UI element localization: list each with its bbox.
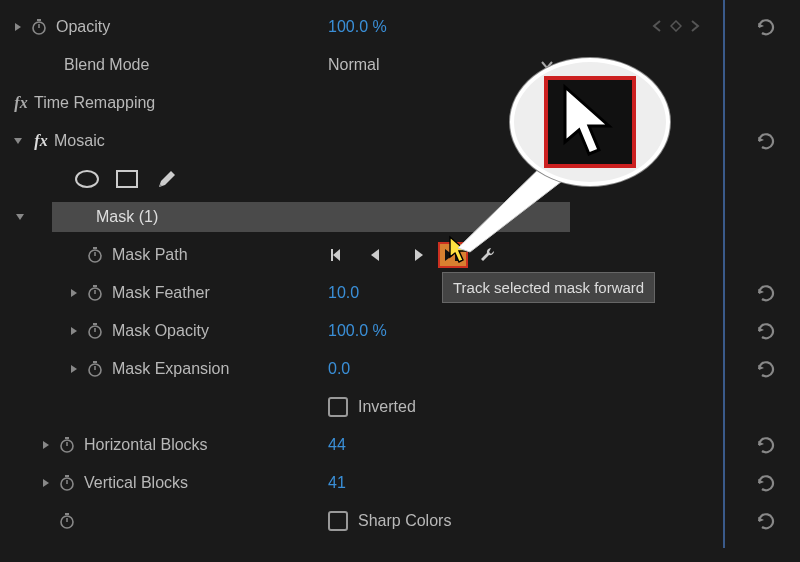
opacity-value[interactable]: 100.0 % <box>328 18 448 36</box>
svg-rect-14 <box>93 323 97 325</box>
reset-icon[interactable] <box>752 15 780 39</box>
callout-bubble <box>510 58 670 186</box>
stopwatch-icon[interactable] <box>84 320 106 342</box>
chevron-right-icon[interactable] <box>36 440 56 450</box>
mask-expansion-label: Mask Expansion <box>112 360 262 378</box>
stopwatch-icon[interactable] <box>56 510 78 532</box>
stopwatch-icon[interactable] <box>56 472 78 494</box>
sharp-colors-checkbox[interactable] <box>328 511 348 531</box>
mosaic-label: Mosaic <box>54 132 234 150</box>
reset-icon[interactable] <box>752 319 780 343</box>
mask-path-label: Mask Path <box>112 246 292 264</box>
sharp-colors-label: Sharp Colors <box>358 512 451 530</box>
time-remapping-label: Time Remapping <box>34 94 214 112</box>
svg-rect-6 <box>93 247 97 249</box>
horizontal-blocks-row: Horizontal Blocks 44 <box>0 426 800 464</box>
horizontal-blocks-value[interactable]: 44 <box>328 436 448 454</box>
reset-icon[interactable] <box>752 433 780 457</box>
rectangle-mask-icon[interactable] <box>112 167 142 191</box>
inverted-label: Inverted <box>358 398 416 416</box>
keyframe-nav <box>652 18 700 36</box>
mosaic-row: fx Mosaic <box>0 122 800 160</box>
svg-rect-20 <box>65 437 69 439</box>
prev-keyframe-icon[interactable] <box>652 18 662 36</box>
svg-rect-26 <box>65 513 69 515</box>
stopwatch-icon[interactable] <box>84 358 106 380</box>
stopwatch-icon[interactable] <box>84 244 106 266</box>
opacity-row: Opacity 100.0 % <box>0 8 800 46</box>
blend-mode-row: Blend Mode Normal <box>0 46 800 84</box>
inverted-checkbox[interactable] <box>328 397 348 417</box>
cursor-large-icon <box>555 82 625 162</box>
track-backward-icon[interactable] <box>326 242 356 268</box>
fx-icon: fx <box>8 94 34 112</box>
svg-rect-11 <box>93 285 97 287</box>
mask-opacity-row: Mask Opacity 100.0 % <box>0 312 800 350</box>
mask-path-row: Mask Path <box>0 236 800 274</box>
step-forward-icon[interactable] <box>404 242 434 268</box>
chevron-right-icon[interactable] <box>64 288 84 298</box>
reset-icon[interactable] <box>752 509 780 533</box>
svg-rect-4 <box>117 171 137 187</box>
vertical-blocks-row: Vertical Blocks 41 <box>0 464 800 502</box>
chevron-right-icon[interactable] <box>64 364 84 374</box>
callout-highlight <box>544 76 636 168</box>
ellipse-mask-icon[interactable] <box>72 167 102 191</box>
horizontal-blocks-label: Horizontal Blocks <box>84 436 264 454</box>
vertical-blocks-label: Vertical Blocks <box>84 474 264 492</box>
chevron-down-icon[interactable] <box>8 136 28 146</box>
chevron-down-icon[interactable] <box>10 212 30 222</box>
svg-rect-17 <box>93 361 97 363</box>
blend-mode-label: Blend Mode <box>64 56 244 74</box>
keyframe-diamond-icon[interactable] <box>670 18 682 36</box>
mask-opacity-value[interactable]: 100.0 % <box>328 322 448 340</box>
inverted-row: Inverted <box>0 388 800 426</box>
svg-point-3 <box>76 171 98 187</box>
reset-icon[interactable] <box>752 471 780 495</box>
mask-feather-value[interactable]: 10.0 <box>328 284 448 302</box>
mask-feather-row: Mask Feather 10.0 <box>0 274 800 312</box>
timeline-playhead[interactable] <box>723 0 725 548</box>
sharp-colors-row: · Sharp Colors <box>0 502 800 540</box>
svg-rect-23 <box>65 475 69 477</box>
stopwatch-icon[interactable] <box>28 16 50 38</box>
tooltip: Track selected mask forward <box>442 272 655 303</box>
mask-feather-label: Mask Feather <box>112 284 262 302</box>
fx-icon: fx <box>28 132 54 150</box>
reset-icon[interactable] <box>752 357 780 381</box>
stopwatch-icon[interactable] <box>84 282 106 304</box>
reset-icon[interactable] <box>752 129 780 153</box>
step-backward-icon[interactable] <box>360 242 390 268</box>
blend-mode-value: Normal <box>328 56 380 74</box>
chevron-right-icon[interactable] <box>36 478 56 488</box>
effect-controls-panel: Opacity 100.0 % Blend Mode Normal fx Tim… <box>0 0 800 548</box>
mask-expansion-value[interactable]: 0.0 <box>328 360 448 378</box>
next-keyframe-icon[interactable] <box>690 18 700 36</box>
opacity-label: Opacity <box>56 18 236 36</box>
stopwatch-icon[interactable] <box>56 434 78 456</box>
time-remapping-row: fx Time Remapping <box>0 84 800 122</box>
reset-icon[interactable] <box>752 281 780 305</box>
chevron-right-icon[interactable] <box>64 326 84 336</box>
chevron-right-icon[interactable] <box>8 22 28 32</box>
mask-expansion-row: Mask Expansion 0.0 <box>0 350 800 388</box>
mask-opacity-label: Mask Opacity <box>112 322 262 340</box>
pen-mask-icon[interactable] <box>152 167 182 191</box>
svg-rect-8 <box>331 249 333 261</box>
mask-shape-row <box>0 160 800 198</box>
vertical-blocks-value[interactable]: 41 <box>328 474 448 492</box>
svg-rect-1 <box>37 19 41 21</box>
